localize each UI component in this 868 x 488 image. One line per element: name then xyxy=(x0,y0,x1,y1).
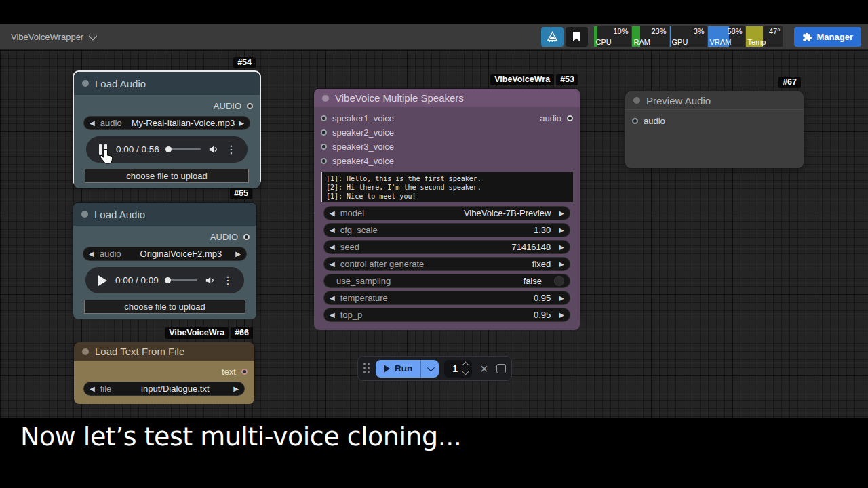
model-combo[interactable]: ◀ model VibeVoice-7B-Preview ▶ xyxy=(323,206,570,220)
output-slot-dot[interactable] xyxy=(241,369,248,375)
node-header[interactable]: VibeVoice Multiple Speakers xyxy=(314,89,580,107)
input-slot-dot[interactable] xyxy=(321,158,327,164)
combo-right-arrow-icon[interactable]: ▶ xyxy=(559,261,564,268)
collapse-dot[interactable] xyxy=(82,80,89,87)
top-p-widget[interactable]: ◀ top_p 0.95 ▶ xyxy=(323,308,570,322)
combo-left-arrow-icon[interactable]: ◀ xyxy=(330,244,335,251)
upload-button[interactable]: choose file to upload xyxy=(84,300,245,314)
comfyui-logo-icon xyxy=(546,30,559,43)
use-sampling-toggle[interactable]: use_sampling false xyxy=(323,274,570,288)
combo-right-arrow-icon[interactable]: ▶ xyxy=(559,227,564,234)
widget-label: top_p xyxy=(340,310,363,320)
combo-right-arrow-icon[interactable]: ▶ xyxy=(559,244,564,251)
audio-player[interactable]: 0:00 / 0:09 ⋮ xyxy=(85,267,244,293)
control-after-generate-widget[interactable]: ◀ control after generate fixed ▶ xyxy=(323,257,570,271)
subtitle-caption: Now let’s test multi-voice cloning... xyxy=(20,422,461,451)
combo-left-arrow-icon[interactable]: ◀ xyxy=(330,261,335,268)
collapse-dot[interactable] xyxy=(633,97,640,104)
gpu-meter: GPU 3% xyxy=(670,26,707,47)
node-load-audio-54[interactable]: #54 Load Audio AUDIO ◀ audio My-Real-Ita… xyxy=(73,70,261,186)
seed-widget[interactable]: ◀ seed 71416148 ▶ xyxy=(323,240,570,254)
audio-file-combo[interactable]: ◀ audio OriginalVoiceF2.mp3 ▶ xyxy=(83,247,247,261)
node-header[interactable]: Load Text From File xyxy=(74,342,254,361)
widget-value: false xyxy=(396,276,550,286)
combo-left-arrow-icon[interactable]: ◀ xyxy=(90,386,95,392)
output-slot-dot[interactable] xyxy=(243,234,250,240)
combo-right-arrow-icon[interactable]: ▶ xyxy=(233,386,239,392)
collapse-dot[interactable] xyxy=(322,95,329,102)
file-combo[interactable]: ◀ file input/Dialogue.txt ▶ xyxy=(83,382,245,396)
menubar-right: CPU 10% RAM 23% GPU 3% VRAM 58% xyxy=(541,26,868,47)
combo-left-arrow-icon[interactable]: ◀ xyxy=(330,210,335,217)
cpu-meter-label: CPU xyxy=(596,38,612,46)
combo-left-arrow-icon[interactable]: ◀ xyxy=(89,251,94,258)
combo-left-arrow-icon[interactable]: ◀ xyxy=(330,227,335,234)
collapse-dot[interactable] xyxy=(82,348,89,355)
temp-meter-value: 47° xyxy=(769,27,781,35)
volume-icon[interactable] xyxy=(208,144,219,155)
player-menu-icon[interactable]: ⋮ xyxy=(226,144,237,155)
combo-right-arrow-icon[interactable]: ▶ xyxy=(559,312,564,319)
drag-handle[interactable] xyxy=(363,363,370,374)
input-slot-dot[interactable] xyxy=(321,144,327,150)
node-id: #66 xyxy=(231,327,253,339)
seek-bar[interactable] xyxy=(165,279,197,281)
node-vibevoice-multiple-speakers-53[interactable]: VibeVoiceWra #53 VibeVoice Multiple Spea… xyxy=(313,88,580,317)
widget-label: use_sampling xyxy=(336,276,391,286)
output-slot-dot[interactable] xyxy=(247,103,253,109)
run-button[interactable]: Run xyxy=(376,360,420,378)
player-menu-icon[interactable]: ⋮ xyxy=(222,275,233,286)
node-preview-audio-67[interactable]: #67 Preview Audio audio xyxy=(625,91,804,168)
collapse-dot[interactable] xyxy=(81,211,88,218)
bookmark-icon xyxy=(573,32,580,42)
cfg-scale-widget[interactable]: ◀ cfg_scale 1.30 ▶ xyxy=(323,223,570,237)
node-body: audio xyxy=(625,110,804,168)
combo-left-arrow-icon[interactable]: ◀ xyxy=(90,120,95,127)
audio-file-combo[interactable]: ◀ audio My-Real-Italian-Voice.mp3 ▶ xyxy=(83,116,250,130)
node-header[interactable]: Preview Audio xyxy=(625,92,804,110)
combo-right-arrow-icon[interactable]: ▶ xyxy=(559,210,564,217)
volume-icon[interactable] xyxy=(204,274,216,286)
input-slot-dot[interactable] xyxy=(321,115,327,121)
node-title: Load Audio xyxy=(94,209,145,220)
stop-button[interactable] xyxy=(496,364,506,373)
node-body: AUDIO ◀ audio OriginalVoiceF2.mp3 ▶ 0:00… xyxy=(73,226,256,319)
comfyui-logo-button[interactable] xyxy=(541,27,564,47)
combo-left-arrow-icon[interactable]: ◀ xyxy=(330,295,335,302)
seek-bar[interactable] xyxy=(166,148,201,150)
node-header[interactable]: Load Audio xyxy=(73,203,256,226)
player-time: 0:00 / 0:09 xyxy=(115,275,159,285)
node-badge: #54 xyxy=(233,57,256,68)
workflow-tab[interactable]: VibeVoiceWrapper xyxy=(0,24,106,49)
manager-button[interactable]: Manager xyxy=(794,27,861,47)
node-load-text-from-file-66[interactable]: VibeVoiceWra #66 Load Text From File tex… xyxy=(73,342,255,399)
combo-right-arrow-icon[interactable]: ▶ xyxy=(239,120,244,127)
temperature-widget[interactable]: ◀ temperature 0.95 ▶ xyxy=(323,291,570,305)
input-slot-dot[interactable] xyxy=(321,129,327,136)
run-options-button[interactable] xyxy=(420,360,439,378)
ram-meter: RAM 23% xyxy=(632,26,669,47)
node-badge-name: VibeVoiceWra xyxy=(490,74,554,85)
count-steppers[interactable] xyxy=(463,363,468,374)
input-slot-row: speaker2_voice xyxy=(314,125,580,140)
player-time: 0:00 / 0:56 xyxy=(116,144,159,155)
output-slot-label: text xyxy=(222,367,236,377)
system-meters: CPU 10% RAM 23% GPU 3% VRAM 58% xyxy=(594,26,783,47)
batch-count-input[interactable]: 1 xyxy=(444,360,472,378)
cancel-run-button[interactable]: × xyxy=(477,362,491,375)
dialogue-textarea[interactable]: [1]: Hello, this is the first speaker. [… xyxy=(321,172,573,202)
step-down-icon[interactable] xyxy=(462,369,469,375)
node-load-audio-65[interactable]: #65 Load Audio AUDIO ◀ audio OriginalVoi… xyxy=(73,202,257,313)
combo-left-arrow-icon[interactable]: ◀ xyxy=(330,312,335,319)
step-up-icon[interactable] xyxy=(462,362,469,369)
bookmark-button[interactable] xyxy=(566,27,588,47)
play-button[interactable] xyxy=(96,275,108,286)
node-header[interactable]: Load Audio xyxy=(74,72,260,95)
combo-right-arrow-icon[interactable]: ▶ xyxy=(235,251,241,258)
upload-button[interactable]: choose file to upload xyxy=(85,169,249,183)
input-slot-dot[interactable] xyxy=(632,118,638,124)
combo-right-arrow-icon[interactable]: ▶ xyxy=(559,295,564,302)
toggle-knob[interactable] xyxy=(554,276,564,286)
output-slot-dot[interactable] xyxy=(567,115,573,121)
combo-value: My-Real-Italian-Voice.mp3 xyxy=(127,118,239,128)
